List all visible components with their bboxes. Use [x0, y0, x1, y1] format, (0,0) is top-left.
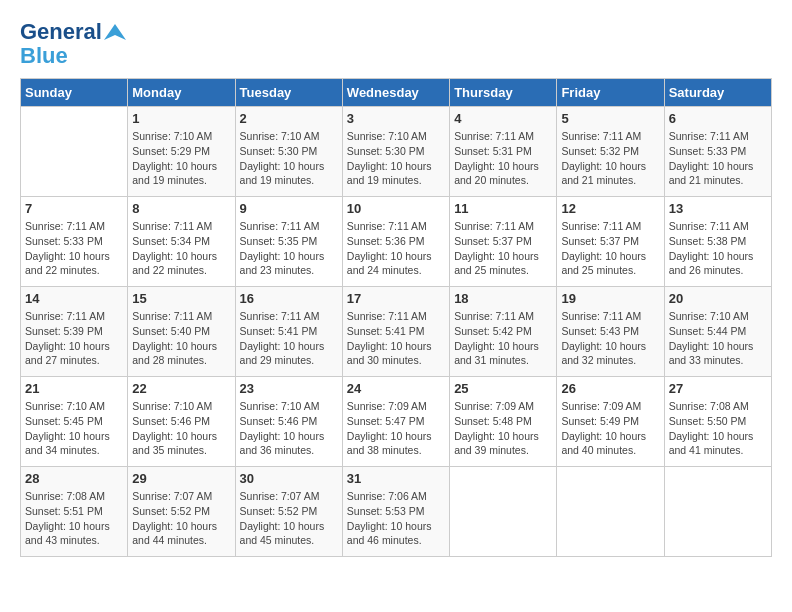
day-info: Sunrise: 7:10 AM Sunset: 5:29 PM Dayligh… — [132, 129, 230, 188]
day-info: Sunrise: 7:11 AM Sunset: 5:36 PM Dayligh… — [347, 219, 445, 278]
day-number: 7 — [25, 201, 123, 216]
day-info: Sunrise: 7:11 AM Sunset: 5:33 PM Dayligh… — [25, 219, 123, 278]
day-info: Sunrise: 7:09 AM Sunset: 5:49 PM Dayligh… — [561, 399, 659, 458]
header-thursday: Thursday — [450, 79, 557, 107]
calendar-cell: 22Sunrise: 7:10 AM Sunset: 5:46 PM Dayli… — [128, 377, 235, 467]
logo-text: General — [20, 20, 126, 44]
calendar-cell: 19Sunrise: 7:11 AM Sunset: 5:43 PM Dayli… — [557, 287, 664, 377]
calendar-cell: 1Sunrise: 7:10 AM Sunset: 5:29 PM Daylig… — [128, 107, 235, 197]
logo-blue-text: Blue — [20, 44, 126, 68]
calendar-cell: 14Sunrise: 7:11 AM Sunset: 5:39 PM Dayli… — [21, 287, 128, 377]
svg-marker-0 — [104, 24, 126, 40]
calendar-cell: 7Sunrise: 7:11 AM Sunset: 5:33 PM Daylig… — [21, 197, 128, 287]
day-number: 10 — [347, 201, 445, 216]
calendar-cell: 20Sunrise: 7:10 AM Sunset: 5:44 PM Dayli… — [664, 287, 771, 377]
day-info: Sunrise: 7:11 AM Sunset: 5:43 PM Dayligh… — [561, 309, 659, 368]
calendar-cell: 4Sunrise: 7:11 AM Sunset: 5:31 PM Daylig… — [450, 107, 557, 197]
calendar-cell: 28Sunrise: 7:08 AM Sunset: 5:51 PM Dayli… — [21, 467, 128, 557]
calendar-cell: 5Sunrise: 7:11 AM Sunset: 5:32 PM Daylig… — [557, 107, 664, 197]
calendar-cell: 25Sunrise: 7:09 AM Sunset: 5:48 PM Dayli… — [450, 377, 557, 467]
calendar-table: SundayMondayTuesdayWednesdayThursdayFrid… — [20, 78, 772, 557]
day-number: 22 — [132, 381, 230, 396]
calendar-cell: 15Sunrise: 7:11 AM Sunset: 5:40 PM Dayli… — [128, 287, 235, 377]
header-saturday: Saturday — [664, 79, 771, 107]
calendar-cell: 6Sunrise: 7:11 AM Sunset: 5:33 PM Daylig… — [664, 107, 771, 197]
day-number: 11 — [454, 201, 552, 216]
day-info: Sunrise: 7:11 AM Sunset: 5:39 PM Dayligh… — [25, 309, 123, 368]
day-number: 12 — [561, 201, 659, 216]
day-number: 5 — [561, 111, 659, 126]
day-number: 9 — [240, 201, 338, 216]
day-number: 4 — [454, 111, 552, 126]
calendar-cell: 18Sunrise: 7:11 AM Sunset: 5:42 PM Dayli… — [450, 287, 557, 377]
day-number: 26 — [561, 381, 659, 396]
header-friday: Friday — [557, 79, 664, 107]
day-number: 16 — [240, 291, 338, 306]
day-info: Sunrise: 7:11 AM Sunset: 5:38 PM Dayligh… — [669, 219, 767, 278]
day-number: 30 — [240, 471, 338, 486]
day-number: 29 — [132, 471, 230, 486]
day-info: Sunrise: 7:09 AM Sunset: 5:48 PM Dayligh… — [454, 399, 552, 458]
day-number: 15 — [132, 291, 230, 306]
day-number: 8 — [132, 201, 230, 216]
day-number: 18 — [454, 291, 552, 306]
week-row-3: 14Sunrise: 7:11 AM Sunset: 5:39 PM Dayli… — [21, 287, 772, 377]
calendar-header-row: SundayMondayTuesdayWednesdayThursdayFrid… — [21, 79, 772, 107]
day-info: Sunrise: 7:10 AM Sunset: 5:45 PM Dayligh… — [25, 399, 123, 458]
day-number: 24 — [347, 381, 445, 396]
day-info: Sunrise: 7:11 AM Sunset: 5:40 PM Dayligh… — [132, 309, 230, 368]
day-number: 25 — [454, 381, 552, 396]
header-tuesday: Tuesday — [235, 79, 342, 107]
calendar-cell: 21Sunrise: 7:10 AM Sunset: 5:45 PM Dayli… — [21, 377, 128, 467]
header-wednesday: Wednesday — [342, 79, 449, 107]
week-row-1: 1Sunrise: 7:10 AM Sunset: 5:29 PM Daylig… — [21, 107, 772, 197]
day-info: Sunrise: 7:11 AM Sunset: 5:31 PM Dayligh… — [454, 129, 552, 188]
day-number: 14 — [25, 291, 123, 306]
day-info: Sunrise: 7:10 AM Sunset: 5:30 PM Dayligh… — [347, 129, 445, 188]
day-info: Sunrise: 7:08 AM Sunset: 5:51 PM Dayligh… — [25, 489, 123, 548]
day-info: Sunrise: 7:11 AM Sunset: 5:41 PM Dayligh… — [240, 309, 338, 368]
calendar-cell: 3Sunrise: 7:10 AM Sunset: 5:30 PM Daylig… — [342, 107, 449, 197]
calendar-cell — [557, 467, 664, 557]
calendar-cell: 23Sunrise: 7:10 AM Sunset: 5:46 PM Dayli… — [235, 377, 342, 467]
calendar-cell — [21, 107, 128, 197]
day-number: 1 — [132, 111, 230, 126]
day-info: Sunrise: 7:11 AM Sunset: 5:35 PM Dayligh… — [240, 219, 338, 278]
day-number: 31 — [347, 471, 445, 486]
day-info: Sunrise: 7:07 AM Sunset: 5:52 PM Dayligh… — [132, 489, 230, 548]
calendar-cell: 30Sunrise: 7:07 AM Sunset: 5:52 PM Dayli… — [235, 467, 342, 557]
day-info: Sunrise: 7:10 AM Sunset: 5:46 PM Dayligh… — [240, 399, 338, 458]
calendar-cell: 11Sunrise: 7:11 AM Sunset: 5:37 PM Dayli… — [450, 197, 557, 287]
logo-bird-icon — [104, 22, 126, 44]
logo: General Blue — [20, 20, 126, 68]
day-number: 23 — [240, 381, 338, 396]
day-number: 13 — [669, 201, 767, 216]
calendar-cell: 16Sunrise: 7:11 AM Sunset: 5:41 PM Dayli… — [235, 287, 342, 377]
calendar-cell: 10Sunrise: 7:11 AM Sunset: 5:36 PM Dayli… — [342, 197, 449, 287]
day-info: Sunrise: 7:08 AM Sunset: 5:50 PM Dayligh… — [669, 399, 767, 458]
calendar-cell: 29Sunrise: 7:07 AM Sunset: 5:52 PM Dayli… — [128, 467, 235, 557]
day-number: 17 — [347, 291, 445, 306]
day-number: 6 — [669, 111, 767, 126]
day-number: 19 — [561, 291, 659, 306]
calendar-cell: 17Sunrise: 7:11 AM Sunset: 5:41 PM Dayli… — [342, 287, 449, 377]
day-info: Sunrise: 7:10 AM Sunset: 5:46 PM Dayligh… — [132, 399, 230, 458]
day-info: Sunrise: 7:11 AM Sunset: 5:32 PM Dayligh… — [561, 129, 659, 188]
calendar-cell: 9Sunrise: 7:11 AM Sunset: 5:35 PM Daylig… — [235, 197, 342, 287]
day-info: Sunrise: 7:10 AM Sunset: 5:30 PM Dayligh… — [240, 129, 338, 188]
day-info: Sunrise: 7:11 AM Sunset: 5:37 PM Dayligh… — [561, 219, 659, 278]
page-header: General Blue — [20, 20, 772, 68]
week-row-2: 7Sunrise: 7:11 AM Sunset: 5:33 PM Daylig… — [21, 197, 772, 287]
day-info: Sunrise: 7:11 AM Sunset: 5:34 PM Dayligh… — [132, 219, 230, 278]
day-info: Sunrise: 7:06 AM Sunset: 5:53 PM Dayligh… — [347, 489, 445, 548]
day-number: 20 — [669, 291, 767, 306]
calendar-cell — [450, 467, 557, 557]
week-row-4: 21Sunrise: 7:10 AM Sunset: 5:45 PM Dayli… — [21, 377, 772, 467]
day-info: Sunrise: 7:11 AM Sunset: 5:42 PM Dayligh… — [454, 309, 552, 368]
day-info: Sunrise: 7:11 AM Sunset: 5:33 PM Dayligh… — [669, 129, 767, 188]
day-info: Sunrise: 7:10 AM Sunset: 5:44 PM Dayligh… — [669, 309, 767, 368]
calendar-cell: 26Sunrise: 7:09 AM Sunset: 5:49 PM Dayli… — [557, 377, 664, 467]
calendar-cell: 31Sunrise: 7:06 AM Sunset: 5:53 PM Dayli… — [342, 467, 449, 557]
day-number: 2 — [240, 111, 338, 126]
day-number: 21 — [25, 381, 123, 396]
